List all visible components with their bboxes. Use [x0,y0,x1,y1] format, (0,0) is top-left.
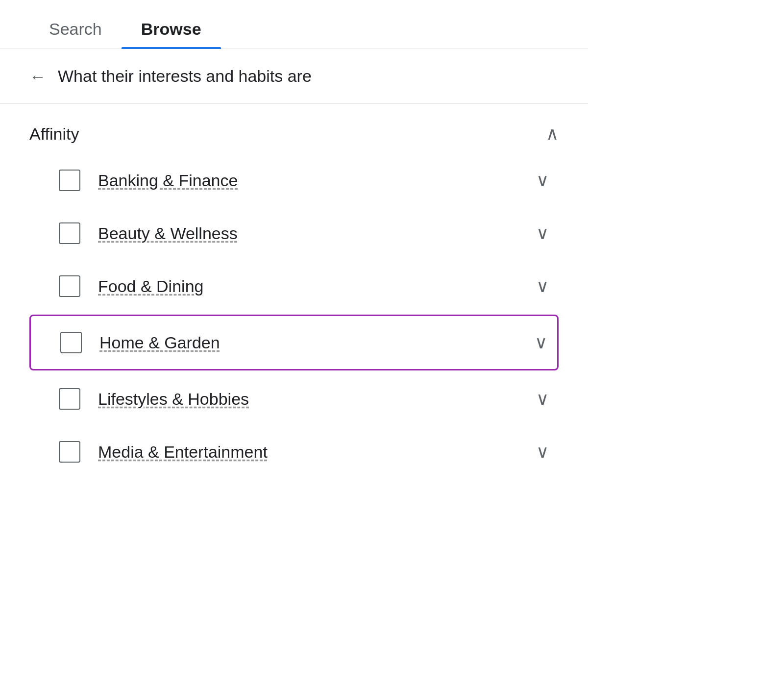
category-label-banking-finance: Banking & Finance [98,171,238,190]
tab-browse-label: Browse [141,20,201,38]
checkbox-lifestyles-hobbies[interactable] [59,388,80,410]
tab-browse[interactable]: Browse [122,10,221,49]
checkbox-banking-finance[interactable] [59,170,80,191]
affinity-title: Affinity [29,124,79,144]
back-title: What their interests and habits are [58,67,312,86]
affinity-collapse-icon[interactable]: ∧ [546,123,559,144]
checkbox-media-entertainment[interactable] [59,441,80,463]
affinity-section: Affinity ∧ Banking & Finance ∨ Beauty & … [0,104,588,478]
category-left: Home & Garden [60,332,220,353]
category-left: Beauty & Wellness [59,222,238,244]
checkbox-beauty-wellness[interactable] [59,222,80,244]
back-arrow-icon[interactable]: ← [29,68,46,85]
back-header: ← What their interests and habits are [0,49,588,104]
category-label-lifestyles-hobbies: Lifestyles & Hobbies [98,390,249,409]
category-item-food-dining[interactable]: Food & Dining ∨ [29,260,559,313]
category-label-home-garden: Home & Garden [99,333,220,352]
tab-search-label: Search [49,20,102,38]
checkbox-home-garden[interactable] [60,332,82,353]
category-label-beauty-wellness: Beauty & Wellness [98,224,238,243]
checkbox-food-dining[interactable] [59,275,80,297]
category-left: Banking & Finance [59,170,238,191]
category-left: Food & Dining [59,275,203,297]
chevron-down-banking-finance[interactable]: ∨ [536,170,554,191]
category-item-lifestyles-hobbies[interactable]: Lifestyles & Hobbies ∨ [29,372,559,425]
chevron-down-lifestyles-hobbies[interactable]: ∨ [536,389,554,409]
category-label-media-entertainment: Media & Entertainment [98,442,268,462]
category-item-home-garden[interactable]: Home & Garden ∨ [29,315,559,370]
chevron-down-beauty-wellness[interactable]: ∨ [536,223,554,244]
category-item-media-entertainment[interactable]: Media & Entertainment ∨ [29,425,559,478]
category-item-banking-finance[interactable]: Banking & Finance ∨ [29,154,559,207]
affinity-section-header: Affinity ∧ [29,123,559,144]
chevron-down-media-entertainment[interactable]: ∨ [536,442,554,462]
category-item-beauty-wellness[interactable]: Beauty & Wellness ∨ [29,207,559,260]
category-left: Lifestyles & Hobbies [59,388,249,410]
tab-bar: Search Browse [0,0,588,49]
chevron-down-food-dining[interactable]: ∨ [536,276,554,296]
category-list: Banking & Finance ∨ Beauty & Wellness ∨ … [29,154,559,478]
tab-search[interactable]: Search [29,10,122,49]
category-label-food-dining: Food & Dining [98,277,203,296]
chevron-down-home-garden[interactable]: ∨ [535,332,552,353]
category-left: Media & Entertainment [59,441,268,463]
